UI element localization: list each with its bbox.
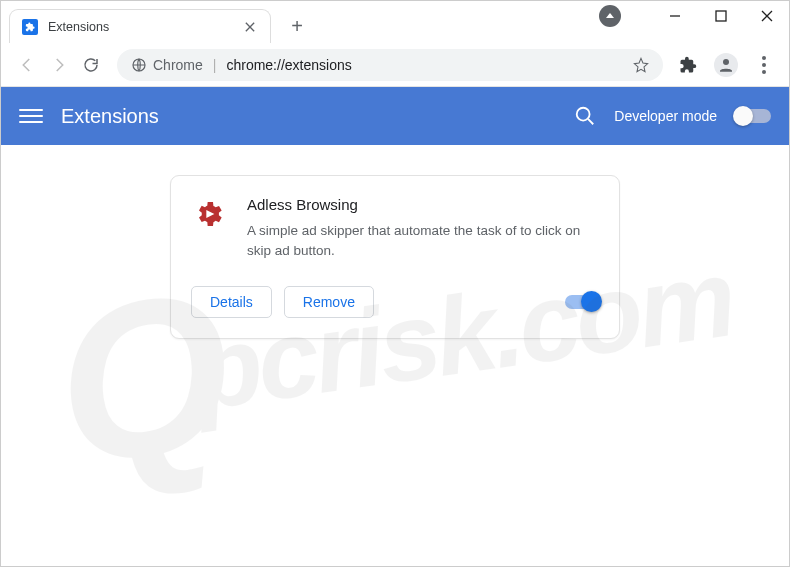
forward-button[interactable] xyxy=(43,49,75,81)
extension-name: Adless Browsing xyxy=(247,196,599,213)
browser-toolbar: Chrome | chrome://extensions xyxy=(1,43,789,87)
site-info-icon xyxy=(131,57,147,73)
address-bar[interactable]: Chrome | chrome://extensions xyxy=(117,49,663,81)
dots-vertical-icon xyxy=(762,56,766,74)
extension-gear-icon xyxy=(191,196,227,232)
extension-enable-toggle[interactable] xyxy=(565,295,599,309)
extensions-button[interactable] xyxy=(673,50,703,80)
profile-button[interactable] xyxy=(711,50,741,80)
bookmark-star-icon[interactable] xyxy=(633,57,649,73)
developer-mode-toggle[interactable] xyxy=(735,109,771,123)
close-tab-button[interactable] xyxy=(242,19,258,35)
incognito-badge-icon xyxy=(599,5,621,27)
developer-mode-label: Developer mode xyxy=(614,108,717,124)
extensions-page-header: Extensions Developer mode xyxy=(1,87,789,145)
window-minimize-button[interactable] xyxy=(661,2,689,30)
extension-description: A simple ad skipper that automate the ta… xyxy=(247,221,599,260)
svg-rect-0 xyxy=(716,11,726,21)
omnibox-prefix: Chrome xyxy=(153,57,203,73)
chrome-menu-button[interactable] xyxy=(749,50,779,80)
page-title: Extensions xyxy=(61,105,159,128)
avatar-icon xyxy=(714,53,738,77)
svg-point-3 xyxy=(577,108,590,121)
reload-button[interactable] xyxy=(75,49,107,81)
omnibox-url: chrome://extensions xyxy=(226,57,351,73)
extensions-content: Adless Browsing A simple ad skipper that… xyxy=(1,145,789,566)
tab-title: Extensions xyxy=(48,20,232,34)
window-maximize-button[interactable] xyxy=(707,2,735,30)
new-tab-button[interactable]: + xyxy=(283,12,311,40)
puzzle-icon xyxy=(22,19,38,35)
omnibox-separator: | xyxy=(213,57,217,73)
details-button[interactable]: Details xyxy=(191,286,272,318)
svg-point-2 xyxy=(723,59,729,65)
window-close-button[interactable] xyxy=(753,2,781,30)
remove-button[interactable]: Remove xyxy=(284,286,374,318)
extension-card: Adless Browsing A simple ad skipper that… xyxy=(170,175,620,339)
browser-tab[interactable]: Extensions xyxy=(9,9,271,43)
menu-button[interactable] xyxy=(19,109,43,123)
search-icon[interactable] xyxy=(574,105,596,127)
back-button[interactable] xyxy=(11,49,43,81)
